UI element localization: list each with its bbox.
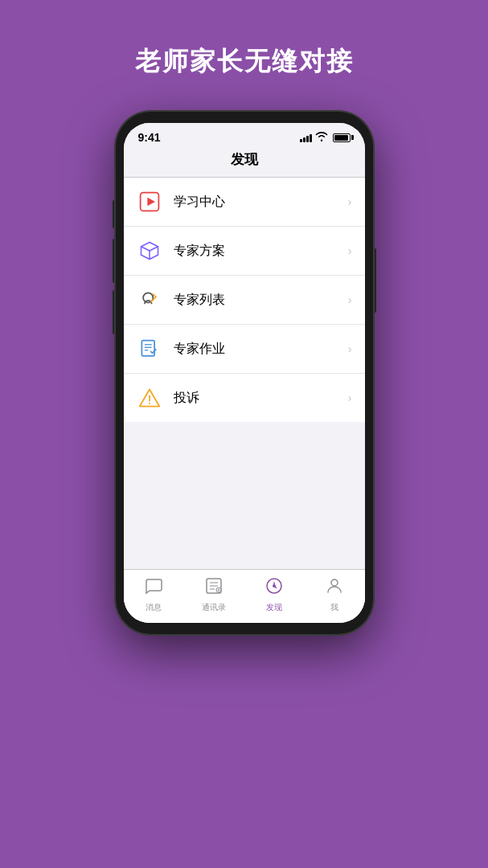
volume-up-button (113, 239, 116, 283)
menu-item-expert-list[interactable]: 专家列表 › (124, 276, 365, 325)
phone-mockup: 9:41 (116, 112, 373, 634)
menu-item-study-center[interactable]: 学习中心 › (124, 178, 365, 227)
svg-point-19 (331, 579, 338, 586)
volume-mute-button (113, 200, 116, 228)
status-time: 9:41 (138, 131, 161, 144)
phone-screen: 9:41 (124, 123, 365, 623)
empty-area (124, 422, 365, 569)
status-bar: 9:41 (124, 123, 365, 147)
signal-bar-3 (306, 136, 309, 142)
wifi-icon (315, 132, 328, 144)
menu-label-expert-list: 专家列表 (174, 292, 348, 309)
volume-down-button (113, 290, 116, 334)
battery-icon (333, 133, 351, 142)
tab-discover[interactable]: 发现 (244, 570, 305, 623)
signal-bar-2 (303, 137, 306, 142)
status-icons (300, 132, 351, 144)
nav-bar: 发现 (124, 147, 365, 178)
tab-messages[interactable]: 消息 (124, 570, 184, 623)
me-icon (325, 576, 344, 600)
tab-discover-label: 发现 (266, 602, 282, 613)
tab-me-label: 我 (330, 602, 338, 613)
tab-bar: 消息 (124, 569, 365, 623)
chevron-right-icon: › (348, 391, 352, 404)
svg-point-9 (148, 403, 150, 404)
study-center-icon (137, 189, 162, 215)
chevron-right-icon: › (348, 244, 352, 257)
chevron-right-icon: › (348, 293, 352, 306)
tab-me[interactable]: 我 (305, 570, 365, 623)
discover-icon (265, 576, 284, 600)
menu-label-expert-plan: 专家方案 (174, 243, 348, 260)
power-button (373, 248, 376, 313)
chevron-right-icon: › (348, 195, 352, 208)
tab-contacts[interactable]: 通讯录 (184, 570, 244, 623)
menu-item-expert-work[interactable]: 专家作业 › (124, 325, 365, 374)
tab-messages-label: 消息 (146, 602, 162, 613)
expert-work-icon (137, 336, 162, 362)
page-bg-title: 老师家长无缝对接 (135, 44, 354, 80)
svg-point-18 (273, 584, 276, 588)
phone-frame: 9:41 (116, 112, 373, 634)
menu-label-study-center: 学习中心 (174, 194, 348, 211)
tab-contacts-label: 通讯录 (202, 602, 226, 613)
svg-marker-1 (147, 198, 155, 207)
menu-group: 学习中心 › 专家方案 › (124, 178, 365, 422)
main-content: 学习中心 › 专家方案 › (124, 178, 365, 623)
messages-icon (144, 576, 163, 600)
expert-list-icon (137, 287, 162, 313)
contacts-icon (204, 576, 223, 600)
complaint-icon (137, 385, 162, 411)
nav-title: 发现 (231, 152, 258, 167)
chevron-right-icon: › (348, 342, 352, 355)
signal-bar-1 (300, 139, 302, 142)
menu-label-complaint: 投诉 (174, 390, 348, 407)
menu-item-expert-plan[interactable]: 专家方案 › (124, 227, 365, 276)
signal-bar-4 (310, 134, 312, 142)
menu-item-complaint[interactable]: 投诉 › (124, 374, 365, 422)
expert-plan-icon (137, 238, 162, 264)
menu-label-expert-work: 专家作业 (174, 341, 348, 358)
signal-icon (300, 133, 312, 142)
